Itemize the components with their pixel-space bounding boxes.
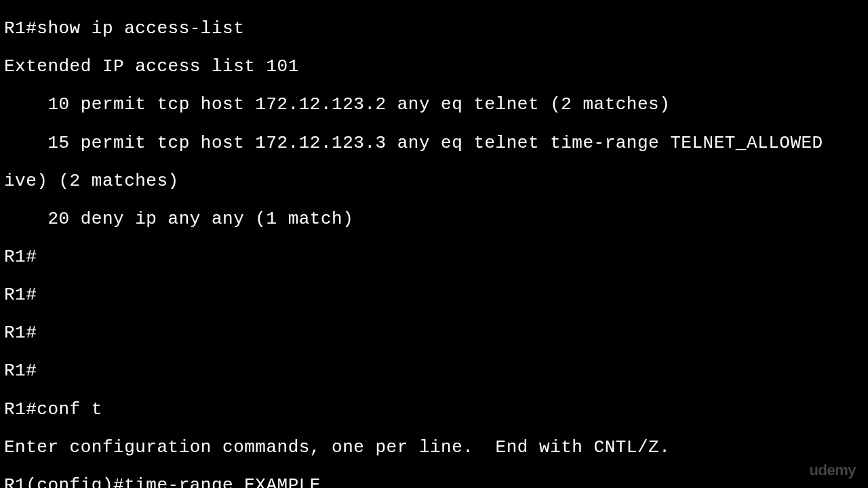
terminal-line: R1# — [4, 247, 864, 266]
terminal-line: 10 permit tcp host 172.12.123.2 any eq t… — [4, 95, 864, 114]
terminal-line: ive) (2 matches) — [4, 171, 864, 190]
terminal-line: R1(config)#time-range EXAMPLE — [4, 476, 864, 488]
watermark-logo: udemy — [810, 462, 856, 479]
terminal-line: 20 deny ip any any (1 match) — [4, 209, 864, 228]
terminal-line: R1# — [4, 285, 864, 304]
terminal-line: Enter configuration commands, one per li… — [4, 438, 864, 457]
terminal-line: Extended IP access list 101 — [4, 57, 864, 76]
terminal-line: R1# — [4, 361, 864, 380]
terminal-line: 15 permit tcp host 172.12.123.3 any eq t… — [4, 134, 864, 152]
terminal-line: R1#conf t — [4, 400, 864, 419]
terminal-line: R1#show ip access-list — [4, 19, 864, 38]
terminal-output[interactable]: R1#show ip access-list Extended IP acces… — [0, 0, 868, 488]
terminal-line: R1# — [4, 323, 864, 342]
